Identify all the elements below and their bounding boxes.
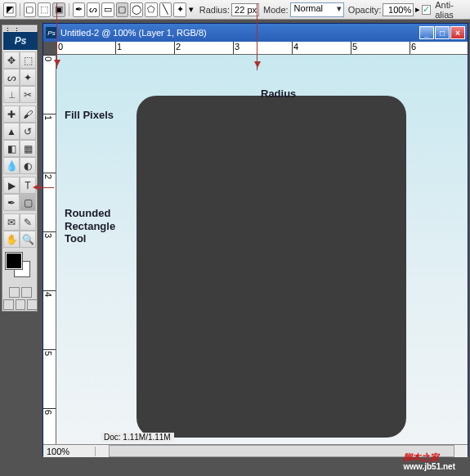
screen-modes (3, 299, 38, 310)
rectangle-icon[interactable]: ▭ (101, 2, 114, 17)
standard-mode-icon[interactable] (9, 287, 20, 298)
zoom-tool-icon[interactable]: 🔍 (20, 231, 36, 248)
screen-full-menu-icon[interactable] (16, 299, 26, 310)
ruler-vertical[interactable]: 0123456 (43, 55, 56, 444)
quick-mask-icon[interactable] (21, 287, 32, 298)
color-swatch[interactable] (3, 251, 38, 282)
options-bar: ◩ ▢ ⬚ ▣ ✒ ᔕ ▭ ▢ ◯ ⬠ ╲ ✦ ▾ Radius: Mode: … (0, 0, 470, 20)
tool-preset-icon[interactable]: ◩ (3, 2, 16, 17)
quick-mask (3, 287, 38, 298)
arrow-fill-pixels (56, 3, 57, 69)
crop-tool-icon[interactable]: ⟂ (3, 86, 20, 103)
opacity-flyout-icon[interactable]: ▸ (415, 4, 420, 15)
pen-tool-icon[interactable]: ✒ (3, 194, 20, 211)
stamp-tool-icon[interactable]: ▲ (3, 123, 20, 140)
screen-full-icon[interactable] (27, 299, 38, 310)
radius-label: Radius: (199, 5, 230, 15)
wand-tool-icon[interactable]: ✦ (20, 69, 36, 86)
freeform-pen-icon[interactable]: ᔕ (87, 2, 100, 17)
annotation-fill-pixels: Fill Pixels (65, 109, 114, 121)
radius-input[interactable] (231, 3, 259, 16)
toolbox-grip[interactable]: ⋮⋮ (3, 26, 36, 31)
move-tool-icon[interactable]: ✥ (3, 52, 20, 69)
opacity-input[interactable] (383, 3, 414, 16)
maximize-button[interactable]: □ (435, 26, 450, 39)
rounded-rectangle-shape (137, 96, 406, 438)
gradient-tool-icon[interactable]: ▦ (20, 140, 36, 157)
status-doc-size[interactable]: Doc: 1.11M/1.11M (101, 433, 174, 442)
watermark: 脚本之家 www.jb51.net (403, 444, 455, 471)
minimize-button[interactable]: _ (419, 26, 434, 39)
notes-tool-icon[interactable]: ✉ (3, 213, 20, 231)
mode-select[interactable]: Normal (290, 2, 344, 17)
lasso-tool-icon[interactable]: ᔕ (3, 69, 20, 86)
polygon-icon[interactable]: ⬠ (145, 2, 158, 17)
doc-icon: Ps (46, 27, 57, 38)
arrow-rrect (34, 187, 54, 188)
workspace: ⋮⋮ Ps ✥⬚ ᔕ✦ ⟂✂ ✚🖌 ▲↺ ◧▦ 💧◐ ▶T ✒▢ ✉✎ ✋🔍 P… (0, 20, 470, 476)
document-window: Ps Untitled-2 @ 100% (Layer 1, RGB/8) _ … (43, 23, 468, 456)
annotation-radius: Radius (261, 88, 296, 100)
custom-shape-icon[interactable]: ✦ (173, 2, 186, 17)
path-select-icon[interactable]: ▶ (3, 177, 20, 194)
antialias-checkbox[interactable]: ✓ (422, 5, 431, 15)
dodge-tool-icon[interactable]: ◐ (20, 157, 36, 174)
shape-layers-icon[interactable]: ▢ (24, 2, 37, 17)
hand-tool-icon[interactable]: ✋ (3, 231, 20, 248)
ruler-horizontal[interactable]: 01234567 (56, 42, 468, 55)
ellipse-icon[interactable]: ◯ (130, 2, 143, 17)
antialias-label: Anti-alias (435, 0, 467, 20)
status-zoom[interactable]: 100% (43, 447, 96, 456)
ps-logo-icon: Ps (3, 32, 38, 50)
toolbox: ⋮⋮ Ps ✥⬚ ᔕ✦ ⟂✂ ✚🖌 ▲↺ ◧▦ 💧◐ ▶T ✒▢ ✉✎ ✋🔍 (2, 25, 38, 312)
titlebar[interactable]: Ps Untitled-2 @ 100% (Layer 1, RGB/8) _ … (43, 24, 468, 42)
mode-label: Mode: (263, 5, 289, 15)
marquee-tool-icon[interactable]: ⬚ (20, 52, 36, 69)
geometry-options-icon[interactable]: ▾ (188, 2, 195, 17)
slice-tool-icon[interactable]: ✂ (20, 86, 36, 103)
annotation-rrect-tool: Rounded Rectangle Tool (65, 207, 115, 245)
history-brush-icon[interactable]: ↺ (20, 123, 36, 140)
blur-tool-icon[interactable]: 💧 (3, 157, 20, 174)
eyedropper-icon[interactable]: ✎ (20, 213, 36, 231)
window-title: Untitled-2 @ 100% (Layer 1, RGB/8) (60, 28, 419, 38)
fill-pixels-icon[interactable]: ▣ (52, 2, 65, 17)
pen-icon[interactable]: ✒ (73, 2, 86, 17)
eraser-tool-icon[interactable]: ◧ (3, 140, 20, 157)
shape-tool-icon[interactable]: ▢ (20, 194, 36, 211)
canvas[interactable]: Radius Fill Pixels Rounded Rectangle Too… (56, 55, 468, 444)
screen-standard-icon[interactable] (3, 299, 14, 310)
rounded-rectangle-icon[interactable]: ▢ (116, 2, 129, 17)
heal-tool-icon[interactable]: ✚ (3, 106, 20, 123)
brush-tool-icon[interactable]: 🖌 (20, 106, 36, 123)
paths-icon[interactable]: ⬚ (38, 2, 51, 17)
line-icon[interactable]: ╲ (159, 2, 172, 17)
close-button[interactable]: × (450, 26, 465, 39)
opacity-label: Opacity: (348, 5, 381, 15)
arrow-radius (257, 3, 257, 70)
